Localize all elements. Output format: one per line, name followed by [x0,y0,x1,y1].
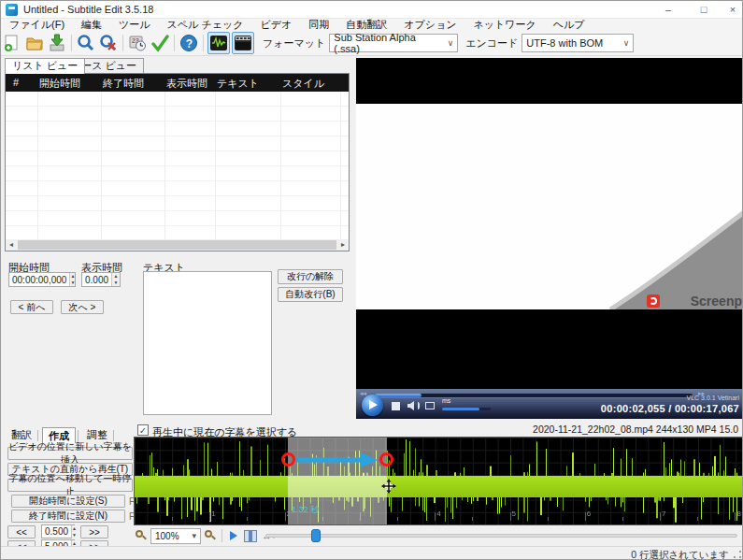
waveform-toggle-button[interactable] [207,32,230,54]
spellcheck-icon[interactable] [150,33,170,53]
col-end[interactable]: 終了時間 [103,77,144,91]
menu-help[interactable]: ヘルプ [545,19,593,31]
resize-grip[interactable] [733,550,742,559]
ruler-second-label: 4 [436,510,440,518]
waveform-play-icon[interactable] [230,531,237,540]
zoom-out-icon[interactable] [136,530,147,541]
maximize-button[interactable]: □ [686,1,722,19]
chevron-down-icon: ∨ [618,38,630,48]
spin-up-icon[interactable]: ▲ [70,273,75,280]
spin-up-icon[interactable]: ▲ [72,525,77,532]
volume-icon[interactable] [407,401,414,410]
selection-status-text: 0 行選択されています [631,549,729,560]
close-button[interactable]: × [722,1,743,19]
menu-file[interactable]: ファイル(F) [1,19,73,31]
find-icon[interactable] [76,33,96,53]
open-file-icon[interactable] [24,33,45,53]
help-icon[interactable]: ? [179,33,199,53]
time-display: 00:00:02,055 / 00:00:17,067 [601,403,739,414]
next-button[interactable]: 次へ > [61,300,104,314]
set-end-time-button[interactable]: 終了時間に設定(N) [11,510,125,523]
col-number[interactable]: # [13,77,19,88]
replace-icon[interactable] [98,33,119,53]
video-controls-bar: ◂◂ ▸▸ ms VLC 3.0.1 Vetinari 00:00:02,055… [356,389,743,419]
seek-progress [375,394,422,397]
unbreak-button[interactable]: 改行の解除 [278,269,343,284]
play-button[interactable] [362,395,383,416]
col-text[interactable]: テキスト [217,77,259,91]
ruler-second-label: 8 [736,510,740,518]
seek-bar[interactable] [375,394,693,397]
video-surface[interactable]: Screenp [356,58,743,389]
subtitle-edit-window: Untitled - Subtitle Edit 3.5.18 – □ × ファ… [0,0,743,560]
waveform-zoom-select[interactable]: 100% ▾ [150,528,201,544]
set-start-time-button[interactable]: 開始時間に設定(S) [11,495,125,508]
menu-autotranslate[interactable]: 自動翻訳 [337,19,395,31]
menu-sync[interactable]: 同期 [300,19,337,31]
scroll-left-icon[interactable]: ◂ [6,239,17,251]
duration-spinner[interactable]: 0.000 ▲▼ [81,272,121,287]
format-select[interactable]: Sub Station Alpha (.ssa) ∨ [329,34,458,52]
col-style[interactable]: スタイル [282,77,324,91]
menu-network[interactable]: ネットワーク [465,19,545,31]
previous-button[interactable]: < 前へ [10,300,53,314]
toolbar: 23 ? フォーマット Sub Station Alpha (.ssa) ∨ エ… [1,31,743,56]
waveform-panel[interactable]: 1.32 秒 12345678 [134,437,743,525]
spin-down-icon[interactable]: ▼ [70,280,75,286]
title-bar: Untitled - Subtitle Edit 3.5.18 – □ × [1,1,743,19]
settings-icon[interactable]: 23 [127,33,148,53]
spin-down-icon[interactable]: ▼ [112,280,120,286]
ruler-second-label: 2 [287,510,291,518]
video-toggle-button[interactable] [232,32,254,54]
ruler-second-label: 3 [362,510,365,518]
toolbar-separator [174,35,175,51]
spin-down-icon[interactable]: ▼ [72,532,77,538]
autobreak-button[interactable]: 自動改行(B) [278,287,343,302]
new-file-icon[interactable] [2,33,22,53]
start-time-spinner[interactable]: 00:00:00,000 ▲▼ [8,272,76,287]
spectrogram-toggle-icon[interactable] [244,530,257,542]
window-title: Untitled - Subtitle Edit 3.5.18 [23,4,153,15]
fullscreen-button[interactable] [425,402,435,409]
ms-slider-fill [442,408,479,410]
stop-button[interactable] [392,402,400,410]
step-back-small-button[interactable]: << [7,525,36,538]
status-bar: 0 行選択されています [1,546,743,560]
waveform-position-scrollbar[interactable] [265,534,737,538]
menu-spellcheck[interactable]: スペル チェック [159,19,252,31]
encoding-select[interactable]: UTF-8 with BOM ∨ [522,34,634,52]
table-rows-area[interactable] [6,92,349,239]
watermark-text: Screenp [691,294,742,309]
subtitle-text-area[interactable] [143,271,272,415]
small-step-spinner[interactable]: 0.500 ▲▼ [41,524,75,538]
menu-options[interactable]: オプション [395,19,464,31]
drag-start-circle [281,452,295,467]
zoom-in-icon[interactable] [205,530,216,541]
toolbar-separator [122,35,123,51]
drag-end-circle [379,452,393,467]
move-cursor-icon [381,479,396,494]
tab-list-view[interactable]: リスト ビュー [5,58,85,74]
subtitle-list: # 開始時間 終了時間 表示時間 テキスト スタイル ◂ ▸ [5,73,350,251]
scroll-right-icon[interactable]: ▸ [337,239,349,251]
ruler-second-label: 7 [662,510,665,518]
scrollbar-thumb[interactable] [18,240,336,250]
svg-text:?: ? [186,37,193,50]
save-icon[interactable] [47,33,67,53]
waveform-position-thumb[interactable] [311,529,321,542]
horizontal-scrollbar[interactable]: ◂ ▸ [6,239,349,251]
goto-pause-button[interactable]: 字幕の位置へ移動して一時停止 [7,479,133,492]
select-current-checkbox[interactable]: ✓ [137,424,149,436]
menu-video[interactable]: ビデオ [251,19,300,31]
minimize-button[interactable]: – [650,1,686,19]
col-duration[interactable]: 表示時間 [166,77,207,91]
insert-subtitle-button[interactable]: ビデオの位置に新しい字幕を挿入 [7,447,133,460]
step-forward-small-button[interactable]: >> [80,525,108,538]
toolbar-separator [71,35,72,51]
menu-edit[interactable]: 編集 [73,19,110,31]
menu-tools[interactable]: ツール [110,19,159,31]
drag-arrow-icon [297,452,378,467]
spin-up-icon[interactable]: ▲ [112,273,120,280]
col-start[interactable]: 開始時間 [39,77,80,91]
ruler-second-label: 1 [211,510,215,518]
